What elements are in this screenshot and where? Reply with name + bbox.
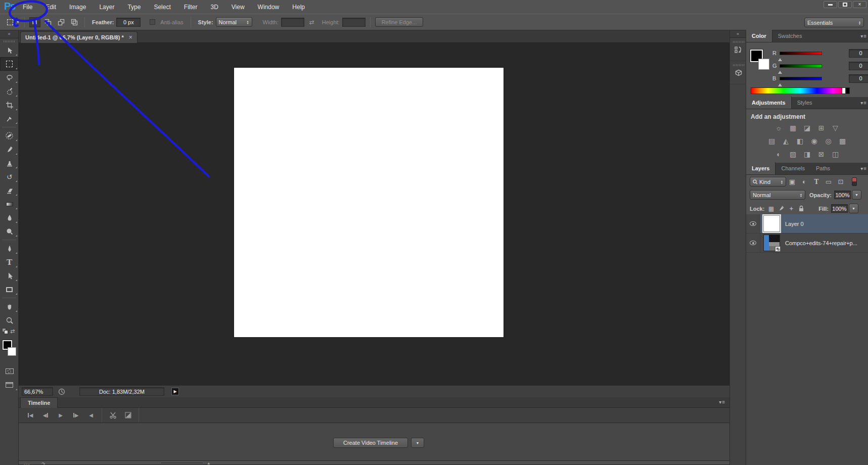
- menu-select[interactable]: Select: [154, 4, 170, 11]
- panel-menu-icon[interactable]: ▾≡: [860, 166, 867, 171]
- filter-shape-layers-icon[interactable]: ▭: [823, 178, 835, 185]
- workspace-dropdown[interactable]: Essentials ▲▼: [804, 18, 864, 27]
- threshold-icon[interactable]: ◨: [802, 150, 812, 159]
- opacity-value[interactable]: 100%: [834, 191, 851, 199]
- blue-slider[interactable]: [780, 77, 822, 80]
- tab-channels[interactable]: Channels: [775, 162, 810, 174]
- photo-filter-icon[interactable]: ◉: [809, 136, 819, 146]
- panel-background-swatch[interactable]: [758, 59, 769, 70]
- filter-type-layers-icon[interactable]: T: [810, 178, 823, 185]
- color-lookup-icon[interactable]: ▩: [838, 136, 847, 146]
- exposure-icon[interactable]: ⊞: [816, 123, 826, 132]
- tab-swatches[interactable]: Swatches: [772, 30, 808, 42]
- white-shortcut-swatch[interactable]: [842, 87, 846, 94]
- history-panel-button[interactable]: [730, 38, 747, 61]
- default-colors-icon[interactable]: [2, 328, 8, 334]
- slider-handle[interactable]: [778, 81, 782, 86]
- next-frame-button[interactable]: ▶: [68, 410, 83, 421]
- filter-pixel-layers-icon[interactable]: ▣: [786, 178, 798, 185]
- lock-pixels-icon[interactable]: [776, 205, 786, 212]
- slider-handle[interactable]: [778, 69, 782, 74]
- tool-gradient[interactable]: [0, 197, 19, 211]
- swap-colors-icon[interactable]: ⇄: [10, 328, 15, 335]
- width-input[interactable]: [281, 18, 304, 27]
- color-spectrum-ramp[interactable]: [751, 87, 850, 94]
- menu-view[interactable]: View: [232, 4, 245, 11]
- play-button[interactable]: ▶: [53, 410, 68, 421]
- layer-thumbnail[interactable]: [763, 235, 780, 251]
- color-balance-icon[interactable]: ◭: [781, 136, 791, 146]
- invert-icon[interactable]: ◐: [774, 150, 784, 159]
- document-size-field[interactable]: Doc: 1,83M/2,32M: [79, 387, 164, 396]
- feather-input[interactable]: 0 px: [116, 18, 141, 27]
- tool-brush[interactable]: [0, 143, 19, 156]
- layer-name[interactable]: Compco+edits-74+repair+p...: [785, 240, 857, 246]
- curves-icon[interactable]: ◪: [802, 123, 812, 132]
- tool-blur[interactable]: [0, 211, 19, 224]
- filter-kind-dropdown[interactable]: Kind ▲▼: [750, 177, 786, 187]
- maximize-button[interactable]: [838, 1, 852, 8]
- selective-color-icon[interactable]: ⊠: [816, 150, 826, 159]
- filter-adjustment-layers-icon[interactable]: ◐: [798, 178, 810, 185]
- channel-mixer-icon[interactable]: ◎: [824, 136, 833, 146]
- frames-icon[interactable]: ▫▫▫: [24, 462, 30, 464]
- create-timeline-dropdown-button[interactable]: ▼: [411, 438, 424, 448]
- tool-history-brush[interactable]: ↺: [0, 170, 19, 183]
- tab-paths[interactable]: Paths: [810, 162, 836, 174]
- tool-path-selection[interactable]: [0, 269, 19, 283]
- black-white-icon[interactable]: ◧: [795, 136, 805, 146]
- tool-preset-picker[interactable]: ▼: [7, 19, 20, 25]
- add-to-selection-button[interactable]: [42, 17, 54, 27]
- tab-color[interactable]: Color: [746, 30, 772, 42]
- tool-clone-stamp[interactable]: [0, 156, 19, 170]
- timeline-zoom-slider[interactable]: [160, 462, 204, 464]
- menu-edit[interactable]: Edit: [45, 4, 56, 11]
- subtract-from-selection-button[interactable]: [56, 17, 67, 27]
- fill-value[interactable]: 100%: [831, 204, 848, 213]
- create-video-timeline-button[interactable]: Create Video Timeline: [333, 438, 408, 448]
- refine-edge-button[interactable]: Refine Edge...: [375, 17, 424, 27]
- tab-layers[interactable]: Layers: [746, 162, 775, 174]
- panel-menu-icon[interactable]: ▾≡: [860, 100, 867, 106]
- levels-icon[interactable]: ▦: [788, 123, 798, 132]
- black-shortcut-swatch[interactable]: [846, 87, 850, 94]
- visibility-cell[interactable]: [746, 234, 760, 252]
- intersect-selection-button[interactable]: [69, 17, 80, 27]
- tab-styles[interactable]: Styles: [792, 97, 818, 109]
- brightness-contrast-icon[interactable]: ☼: [774, 123, 784, 132]
- fill-dropdown-button[interactable]: ▼: [849, 204, 858, 213]
- audio-mute-button[interactable]: ◀: [83, 410, 99, 421]
- menu-image[interactable]: Image: [69, 4, 86, 11]
- layer-row-0[interactable]: Layer 0: [746, 214, 868, 234]
- green-slider[interactable]: [780, 64, 822, 68]
- screen-mode-button[interactable]: [0, 378, 19, 392]
- tool-eyedropper[interactable]: [0, 112, 19, 125]
- opacity-dropdown-button[interactable]: ▼: [852, 190, 861, 200]
- zoom-level-field[interactable]: 66,67%: [22, 387, 53, 396]
- tab-close-icon[interactable]: ×: [129, 34, 132, 41]
- tool-spot-healing-brush[interactable]: [0, 129, 19, 143]
- tool-hand[interactable]: [0, 300, 19, 313]
- filter-toggle-switch[interactable]: [852, 177, 857, 186]
- slider-handle[interactable]: [778, 56, 782, 61]
- timeline-tab[interactable]: Timeline: [20, 397, 58, 408]
- menu-3d[interactable]: 3D: [210, 4, 218, 11]
- menu-layer[interactable]: Layer: [99, 4, 114, 11]
- menu-file[interactable]: File: [23, 4, 32, 11]
- quick-mask-button[interactable]: [0, 364, 19, 378]
- height-input[interactable]: [342, 18, 366, 27]
- close-button[interactable]: ×: [853, 1, 866, 8]
- tool-shape[interactable]: [0, 283, 19, 296]
- collapse-toolbar-button[interactable]: »: [0, 30, 18, 38]
- panel-menu-icon[interactable]: ▾≡: [719, 399, 725, 405]
- first-frame-button[interactable]: ◀: [23, 410, 38, 421]
- tool-lasso[interactable]: [0, 71, 19, 84]
- lock-all-icon[interactable]: [796, 205, 806, 212]
- visibility-cell[interactable]: [746, 214, 760, 233]
- menu-filter[interactable]: Filter: [184, 4, 198, 11]
- hue-saturation-icon[interactable]: ▤: [767, 136, 776, 146]
- vibrance-icon[interactable]: ▽: [831, 123, 840, 132]
- tool-type[interactable]: T: [0, 255, 19, 269]
- minimize-button[interactable]: [824, 1, 837, 8]
- expand-dock-button[interactable]: «: [730, 30, 746, 38]
